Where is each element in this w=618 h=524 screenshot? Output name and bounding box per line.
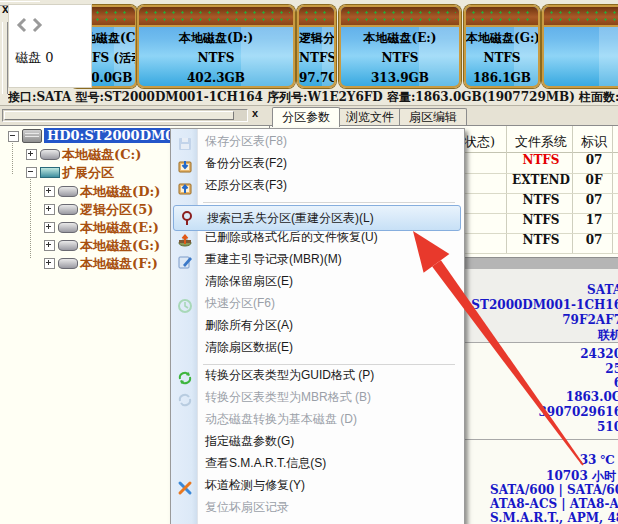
menu-reset-bad-sector-records[interactable]: 复位坏扇区记录 — [172, 499, 461, 521]
tree-item-label: 扩展分区 — [62, 164, 114, 182]
cell-id: 07 — [575, 233, 613, 253]
info-serial: 79F2AF7 — [562, 313, 618, 327]
tab-strip: x 分区参数 浏览文件 扇区编辑 — [0, 105, 618, 126]
prev-disk-icon[interactable] — [15, 17, 28, 33]
partition-icon — [40, 149, 60, 160]
info-transfer-mode: SATA/600 | SATA/600 — [490, 483, 618, 497]
tree-item-label: 本地磁盘(C:) — [62, 146, 141, 164]
partition-bar-partial[interactable] — [542, 5, 618, 88]
tab-sector-edit[interactable]: 扇区编辑 — [399, 108, 467, 126]
expand-icon[interactable] — [44, 240, 55, 251]
partition-bar-top-band — [466, 7, 538, 27]
menu-delete-all-partitions[interactable]: 删除所有分区(A) — [172, 317, 461, 339]
menu-search-lost-partitions[interactable]: 搜索已丢失分区(重建分区表)(L) — [173, 205, 461, 231]
partition-bar-top-band — [544, 7, 618, 27]
menu-dynamic-to-basic[interactable]: 动态磁盘转换为基本磁盘 (D) — [172, 411, 461, 433]
expand-icon[interactable] — [44, 186, 55, 197]
partition-name: 本地磁盘(E:) — [341, 30, 459, 47]
partition-bar-top-band — [139, 7, 293, 27]
info-bytes-per-sector: 510 — [597, 420, 618, 434]
cell-id: 17 — [575, 213, 613, 233]
context-menu: 保存分区表(F8) 备份分区表(F2) 还原分区表(F3) 搜索已丢失分区(重建… — [170, 128, 465, 524]
tab-partition-params[interactable]: 分区参数 — [272, 107, 340, 127]
diskgenius-window: x 本地磁盘(C:) NTFS (活动) 100.0GB 本地磁盘(D:) NT… — [0, 0, 618, 524]
menu-convert-to-mbr[interactable]: 转换分区表类型为MBR格式 (B) — [172, 389, 461, 411]
cell-filesystem: EXTEND — [509, 173, 573, 193]
partition-icon — [58, 186, 78, 197]
menu-recover-deleted-files[interactable]: 已删除或格式化后的文件恢复(U) — [172, 229, 461, 251]
partition-size: 186.1GB — [466, 70, 538, 87]
clock-icon — [177, 298, 193, 314]
cell-id: 07 — [575, 193, 613, 213]
menu-bad-sector-check[interactable]: 坏道检测与修复(Y) — [172, 477, 461, 499]
partition-name: 逻辑分区(5) — [299, 30, 334, 47]
tree-item-label: 本地磁盘(E:) — [80, 219, 159, 237]
search-icon — [179, 210, 195, 226]
partition-icon — [58, 204, 78, 215]
menu-separator — [203, 202, 455, 203]
expand-icon[interactable] — [44, 222, 55, 233]
menu-save-partition-table[interactable]: 保存分区表(F8) — [172, 133, 461, 155]
info-standard: ATA8-ACS | ATA8-ACS — [490, 497, 618, 511]
menu-clear-reserved-sectors[interactable]: 清除保留扇区(E) — [172, 273, 461, 295]
extended-partition-icon — [40, 167, 60, 178]
collapse-icon[interactable] — [8, 131, 19, 142]
partition-fs: NTFS — [466, 50, 538, 67]
partition-fs: NTFS — [139, 50, 293, 67]
menu-backup-partition-table[interactable]: 备份分区表(F2) — [172, 155, 461, 177]
info-features: S.M.A.R.T., APM, 48b — [490, 511, 618, 524]
menu-view-smart-info[interactable]: 查看S.M.A.R.T.信息(S) — [172, 455, 461, 477]
disk-info-line: 接口:SATA 型号:ST2000DM001-1CH164 序列号:W1E2Y6… — [8, 89, 618, 105]
menu-specify-disk-params[interactable]: 指定磁盘参数(G) — [172, 433, 461, 455]
expand-icon[interactable] — [44, 258, 55, 269]
cell-filesystem: NTFS — [509, 193, 573, 213]
tree-item-label: 本地磁盘(F:) — [80, 255, 158, 273]
convert-cycle-disabled-icon — [177, 392, 193, 408]
partition-fs: NTFS (隐藏) — [299, 50, 334, 67]
backup-icon — [177, 158, 193, 174]
pane-close-icon[interactable]: x — [252, 107, 258, 119]
partition-name: 本地磁盘(G:) — [466, 30, 538, 47]
collapse-icon[interactable] — [26, 167, 37, 178]
tree-item-label: 本地磁盘(G:) — [80, 237, 160, 255]
partition-bar-top-band — [341, 7, 459, 27]
partition-size: 402.3GB — [139, 70, 293, 87]
expand-icon[interactable] — [26, 149, 37, 160]
partition-bar-g[interactable]: 本地磁盘(G:) NTFS 186.1GB — [464, 5, 540, 88]
horizontal-scrollbar[interactable] — [2, 109, 248, 122]
cell-filesystem: NTFS — [509, 233, 573, 253]
partition-bar-e[interactable]: 本地磁盘(E:) NTFS 313.9GB — [339, 5, 461, 88]
partition-bar-d[interactable]: 本地磁盘(D:) NTFS 402.3GB — [137, 5, 295, 88]
partition-name: 本地磁盘(D:) — [139, 30, 293, 47]
disk-selector-panel: 磁盘 0 — [8, 4, 92, 88]
tree-item-label: 本地磁盘(D:) — [80, 183, 160, 201]
info-temperature: 33 ℃ — [580, 453, 615, 467]
info-sectors: 6 — [614, 376, 618, 390]
partition-icon — [58, 240, 78, 251]
info-capacity: 1863.0G — [566, 390, 618, 404]
menu-rebuild-mbr[interactable]: 重建主引导记录(MBR)(M) — [172, 251, 461, 273]
disk-bar-strip: x 本地磁盘(C:) NTFS (活动) 100.0GB 本地磁盘(D:) NT… — [0, 0, 618, 88]
next-disk-icon[interactable] — [31, 17, 44, 33]
menu-restore-partition-table[interactable]: 还原分区表(F3) — [172, 177, 461, 199]
save-icon — [177, 136, 193, 152]
partition-size: 97.7GB — [299, 70, 334, 87]
edit-pen-icon — [177, 254, 193, 270]
column-filesystem: 文件系统 — [509, 133, 573, 151]
menu-separator — [203, 364, 455, 365]
expand-icon[interactable] — [44, 204, 55, 215]
tree-item-label: 逻辑分区(5) — [80, 201, 153, 219]
column-id: 标识 — [575, 133, 613, 151]
menu-clear-sector-data[interactable]: 清除扇区数据(E) — [172, 339, 461, 361]
menu-quick-partition[interactable]: 快速分区(F6) — [172, 295, 461, 317]
disk-label: 磁盘 0 — [15, 49, 53, 67]
tools-icon — [177, 480, 193, 496]
convert-cycle-icon — [177, 370, 193, 386]
file-recovery-icon — [177, 232, 193, 248]
partition-bar-logical[interactable]: 逻辑分区(5) NTFS (隐藏) 97.7GB — [297, 5, 336, 88]
tab-browse-files[interactable]: 浏览文件 — [336, 108, 404, 126]
menu-convert-to-guid[interactable]: 转换分区表类型为GUID格式 (P) — [172, 367, 461, 389]
cell-filesystem: NTFS — [509, 153, 573, 173]
hard-drive-icon — [22, 129, 42, 143]
partition-icon — [58, 258, 78, 269]
